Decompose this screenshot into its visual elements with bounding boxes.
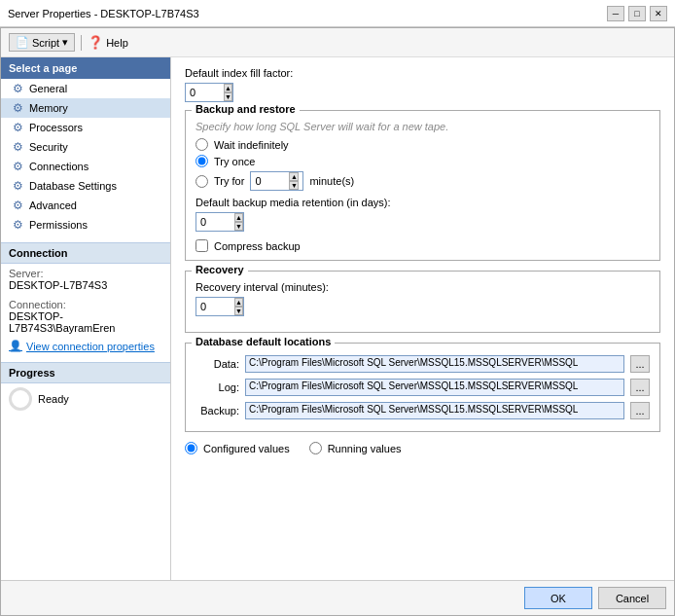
backup-restore-title: Backup and restore xyxy=(192,103,300,115)
connection-value: DESKTOP-L7B74S3\BayramEren xyxy=(9,310,162,334)
index-fill-up-arrow[interactable]: ▲ xyxy=(224,84,232,92)
recovery-interval-arrows: ▲ ▼ xyxy=(234,298,243,315)
maximize-button[interactable]: □ xyxy=(628,6,646,21)
try-for-label: Try for xyxy=(214,175,244,187)
backup-retention-spinbox[interactable]: ▲ ▼ xyxy=(195,212,244,232)
toolbar: 📄 Script ▾ ❓ Help xyxy=(1,28,674,57)
try-for-radio[interactable] xyxy=(195,175,208,188)
compress-backup-row: Compress backup xyxy=(195,239,650,252)
processors-icon: ⚙ xyxy=(13,121,23,134)
backup-retention-spinbox-row: ▲ ▼ xyxy=(195,212,650,232)
log-path-input[interactable]: C:\Program Files\Microsoft SQL Server\MS… xyxy=(245,379,624,396)
configured-values-label: Configured values xyxy=(203,443,290,454)
sidebar-item-processors[interactable]: ⚙ Processors xyxy=(1,118,170,137)
compress-backup-label: Compress backup xyxy=(214,240,301,252)
server-info: Server: DESKTOP-L7B74S3 xyxy=(1,264,170,295)
try-for-input[interactable] xyxy=(255,175,289,187)
index-fill-spinbox[interactable]: ▲ ▼ xyxy=(185,83,233,102)
backup-retention-down-arrow[interactable]: ▼ xyxy=(234,222,243,231)
sidebar-item-connections[interactable]: ⚙ Connections xyxy=(1,157,170,176)
try-for-spinbox[interactable]: ▲ ▼ xyxy=(250,171,303,191)
log-label: Log: xyxy=(195,381,239,393)
server-properties-dialog: 📄 Script ▾ ❓ Help Select a page ⚙ Genera… xyxy=(0,27,675,616)
close-button[interactable]: ✕ xyxy=(650,6,667,21)
script-button[interactable]: 📄 Script ▾ xyxy=(9,33,75,52)
recovery-interval-input[interactable] xyxy=(200,301,234,312)
server-value: DESKTOP-L7B74S3 xyxy=(9,279,162,291)
progress-spinner xyxy=(9,387,32,411)
connection-label: Connection: xyxy=(9,299,162,310)
data-browse-button[interactable]: ... xyxy=(630,355,650,373)
data-path-input[interactable]: C:\Program Files\Microsoft SQL Server\MS… xyxy=(245,355,624,373)
backup-retention-up-arrow[interactable]: ▲ xyxy=(234,213,243,222)
recovery-interval-down-arrow[interactable]: ▼ xyxy=(234,307,243,315)
try-for-down-arrow[interactable]: ▼ xyxy=(289,181,299,190)
sidebar-item-permissions[interactable]: ⚙ Permissions xyxy=(1,215,170,235)
try-for-row: Try for ▲ ▼ minute(s) xyxy=(195,171,650,191)
db-location-log-row: Log: C:\Program Files\Microsoft SQL Serv… xyxy=(195,379,650,396)
view-connection-properties-link[interactable]: 👤 View connection properties xyxy=(1,338,170,354)
sidebar-item-database-settings[interactable]: ⚙ Database Settings xyxy=(1,176,170,196)
index-fill-label: Default index fill factor: xyxy=(185,67,660,79)
general-icon: ⚙ xyxy=(13,82,23,95)
try-once-radio[interactable] xyxy=(195,155,208,167)
sidebar-item-label-database-settings: Database Settings xyxy=(29,180,117,192)
sidebar-item-label-connections: Connections xyxy=(29,161,89,172)
backup-path-input[interactable]: C:\Program Files\Microsoft SQL Server\MS… xyxy=(245,402,624,419)
progress-section-header: Progress xyxy=(1,362,170,383)
sidebar-item-advanced[interactable]: ⚙ Advanced xyxy=(1,196,170,215)
server-label: Server: xyxy=(9,268,162,279)
configured-values-radio[interactable] xyxy=(185,442,197,454)
sidebar-item-label-permissions: Permissions xyxy=(29,219,88,231)
sidebar-item-label-general: General xyxy=(29,83,67,94)
recovery-interval-label: Recovery interval (minutes): xyxy=(195,281,650,293)
title-bar: Server Properties - DESKTOP-L7B74S3 ─ □ … xyxy=(0,0,675,27)
db-location-backup-row: Backup: C:\Program Files\Microsoft SQL S… xyxy=(195,402,650,419)
advanced-icon: ⚙ xyxy=(13,199,23,212)
link-icon: 👤 xyxy=(9,340,22,352)
backup-browse-button[interactable]: ... xyxy=(630,402,650,419)
sidebar-item-label-memory: Memory xyxy=(29,102,68,114)
recovery-interval-up-arrow[interactable]: ▲ xyxy=(234,298,243,307)
index-fill-down-arrow[interactable]: ▼ xyxy=(224,92,232,101)
sidebar-item-general[interactable]: ⚙ General xyxy=(1,79,170,98)
help-label: Help xyxy=(106,37,128,49)
ok-button[interactable]: OK xyxy=(524,587,592,609)
script-label: Script xyxy=(32,37,59,49)
log-browse-button[interactable]: ... xyxy=(630,379,650,396)
progress-status: Ready xyxy=(38,393,69,405)
sidebar-item-security[interactable]: ⚙ Security xyxy=(1,137,170,157)
db-location-data-row: Data: C:\Program Files\Microsoft SQL Ser… xyxy=(195,355,650,373)
script-icon: 📄 xyxy=(16,36,29,49)
compress-backup-checkbox[interactable] xyxy=(195,239,208,252)
running-values-radio[interactable] xyxy=(309,442,322,454)
database-settings-icon: ⚙ xyxy=(13,179,23,193)
connections-icon: ⚙ xyxy=(13,160,23,173)
sidebar-header: Select a page xyxy=(1,57,170,79)
index-fill-arrows: ▲ ▼ xyxy=(224,84,232,101)
help-button[interactable]: ❓ Help xyxy=(88,35,128,50)
script-dropdown-icon[interactable]: ▾ xyxy=(62,36,68,49)
wait-indefinitely-radio[interactable] xyxy=(195,138,208,151)
recovery-interval-spinbox[interactable]: ▲ ▼ xyxy=(195,297,244,316)
progress-info: Ready xyxy=(1,383,170,415)
minimize-button[interactable]: ─ xyxy=(607,6,624,21)
try-for-up-arrow[interactable]: ▲ xyxy=(289,172,299,181)
content-area: Default index fill factor: ▲ ▼ Backup an… xyxy=(171,57,674,580)
backup-retention-input[interactable] xyxy=(200,216,234,228)
sidebar-item-memory[interactable]: ⚙ Memory xyxy=(1,98,170,118)
cancel-button[interactable]: Cancel xyxy=(598,587,666,609)
dialog-buttons: OK Cancel xyxy=(1,580,674,615)
backup-label: Backup: xyxy=(195,405,239,417)
minutes-label: minute(s) xyxy=(309,175,354,187)
sidebar-item-label-processors: Processors xyxy=(29,122,83,133)
data-label: Data: xyxy=(195,358,239,370)
index-fill-input[interactable] xyxy=(190,87,224,98)
connection-section-header: Connection xyxy=(1,242,170,264)
security-icon: ⚙ xyxy=(13,140,23,154)
sidebar: Select a page ⚙ General ⚙ Memory ⚙ Proce… xyxy=(1,57,171,580)
db-locations-group: Database default locations Data: C:\Prog… xyxy=(185,343,660,432)
memory-icon: ⚙ xyxy=(13,101,23,115)
recovery-title: Recovery xyxy=(192,264,248,275)
toolbar-separator xyxy=(81,35,82,51)
